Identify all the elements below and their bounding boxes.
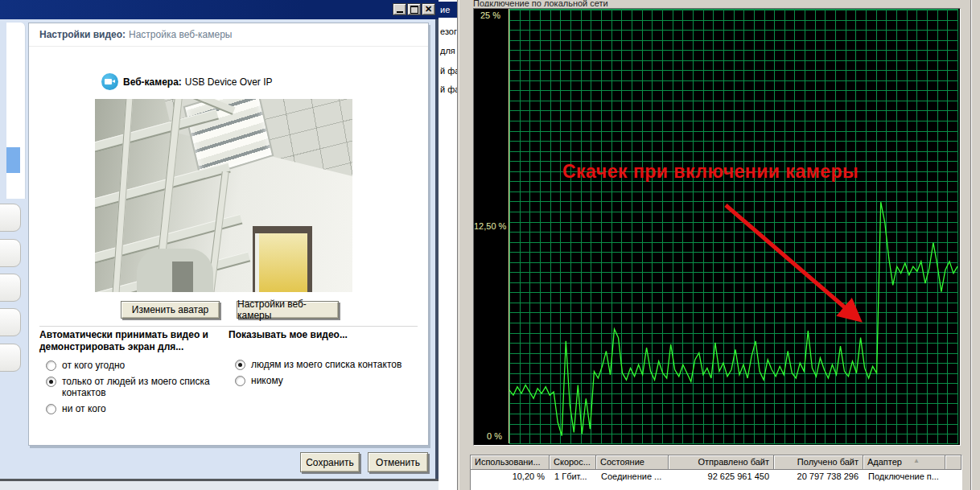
column-header[interactable]: Получено байт [774,455,863,470]
radio-label: ни от кого [62,403,106,414]
close-button[interactable]: ✕ [422,3,435,15]
show-video-option[interactable]: людям из моего списка контактов [235,359,422,370]
show-video-option[interactable]: никому [235,375,422,386]
radio-icon[interactable] [235,376,245,386]
utilization-line [509,202,957,435]
column-header[interactable]: Использовани... [471,455,550,470]
table-cell[interactable]: 10,20 % [471,471,550,484]
table-header-row: Использовани...Скорос...СостояниеОтправл… [471,455,961,470]
column-header[interactable]: Скорос... [550,455,596,470]
column-header-label: Получено байт [797,457,859,467]
webcam-label: Веб-камера: [123,76,182,88]
sidebar-tab-fragment[interactable] [0,344,21,372]
sidebar-tab-fragment[interactable] [0,239,21,267]
graph-title-clipped: Подключение по локальной сети [473,0,739,6]
desktop-screenshot: ✕ Настройки видео:Настройка веб-камеры В… [0,0,980,490]
radio-selected-icon[interactable] [235,360,245,370]
column-header[interactable]: Отправлено байт [669,455,774,470]
maximize-icon [410,6,418,14]
auto-accept-option[interactable]: от кого угодно [46,360,231,371]
skype-titlebar[interactable] [0,0,439,19]
table-cell[interactable]: 92 625 961 450 [669,471,774,484]
minimize-icon [397,11,403,13]
dialog-header: Настройки видео:Настройка веб-камеры [29,23,428,47]
close-icon: ✕ [425,5,432,14]
minimize-button[interactable] [393,3,406,15]
radio-icon[interactable] [46,360,56,371]
table-cell[interactable]: 20 797 738 296 [774,471,863,484]
graph-title-text: Подключение по локальной сети [473,0,608,6]
column-header-label: Использовани... [475,457,541,467]
column-header[interactable]: Состояние [596,455,669,470]
auto-accept-options: от кого угоднотолько от людей из моего с… [39,360,231,414]
annotation-arrow [726,205,857,318]
webcam-preview [95,99,352,292]
radio-label: только от людей из моего списка контакто… [62,376,219,398]
radio-label: людям из моего списка контактов [251,359,401,370]
dialog-title: Настройки видео: [39,29,126,40]
annotation-text: Скачек при включении камеры [562,161,859,183]
column-header-filler [945,455,961,470]
section-divider [39,326,418,327]
auto-accept-group: Автоматически принимать видео и демонстр… [39,329,231,419]
background-text-fragment: й фа [440,84,457,94]
table-cell[interactable]: 1 Гбит... [550,471,596,484]
show-video-options: людям из моего списка контактовникому [229,359,422,386]
column-header-label: Отправлено байт [698,457,769,467]
maximize-button[interactable] [407,3,421,15]
cancel-button[interactable]: Отменить [368,452,428,472]
dialog-subtitle: Настройка веб-камеры [129,29,232,40]
panel-highlight-edge [459,0,459,490]
sort-asc-icon: ▲ [913,457,920,465]
background-text-fragment: езог [440,27,457,36]
network-utilization-graph: 25 % 12,50 % 0 % Скачек при включении ка… [473,8,961,446]
background-text-fragment: для [440,46,455,56]
preview-doorway [253,226,312,292]
background-window-strip: иеезогдляй фай фа [439,0,457,490]
auto-accept-option[interactable]: ни от кого [46,403,231,414]
radio-label: от кого угодно [62,360,125,371]
show-video-title: Показывать мое видео... [229,329,422,341]
adapter-table: Использовани...Скорос...СостояниеОтправл… [470,455,962,490]
webcam-icon-body [105,79,112,84]
sidebar-tab-fragment[interactable] [0,308,21,336]
radio-selected-icon[interactable] [46,377,56,387]
preview-door-light [259,233,307,292]
background-selected-item-fragment: ие [439,2,457,18]
webcam-device-line: Веб-камера:USB Device Over IP [123,76,273,88]
show-video-group: Показывать мое видео... людям из моего с… [229,329,422,391]
webcam-settings-button[interactable]: Настройки веб-камеры [237,301,339,319]
table-cell[interactable]: Подключение п... [863,471,945,484]
radio-icon[interactable] [46,404,56,414]
webcam-icon [101,73,118,90]
column-header-label: Состояние [600,457,644,467]
network-utilization-chart [474,9,960,445]
change-avatar-button[interactable]: Изменить аватар [121,301,220,319]
auto-accept-option[interactable]: только от людей из моего списка контакто… [46,376,231,398]
table-cell[interactable]: Соединение ... [596,471,669,484]
column-header-label: Скорос... [554,457,591,467]
webcam-icon-lens [112,80,115,83]
window-right-frame [962,0,980,490]
area-below-window [0,481,457,490]
sidebar-tab-fragment[interactable] [0,204,21,232]
column-header-label: Адаптер [867,457,902,467]
auto-accept-title: Автоматически принимать видео и демонстр… [39,329,231,353]
table-data-row: 10,20 %1 Гбит...Соединение ...92 625 961… [471,471,961,484]
sidebar-selected-item-fragment[interactable] [6,147,20,173]
column-header[interactable]: Адаптер▲ [863,455,945,470]
webcam-device-name: USB Device Over IP [185,76,273,88]
sidebar-tab-fragment[interactable] [0,274,21,302]
background-text-fragment: й фа [440,66,457,76]
radio-label: никому [251,375,283,386]
save-button[interactable]: Сохранить [300,452,360,472]
preview-foreground-object [172,261,193,292]
video-settings-dialog: Настройки видео:Настройка веб-камеры Веб… [28,23,429,446]
frame-ridge-light [971,0,972,490]
